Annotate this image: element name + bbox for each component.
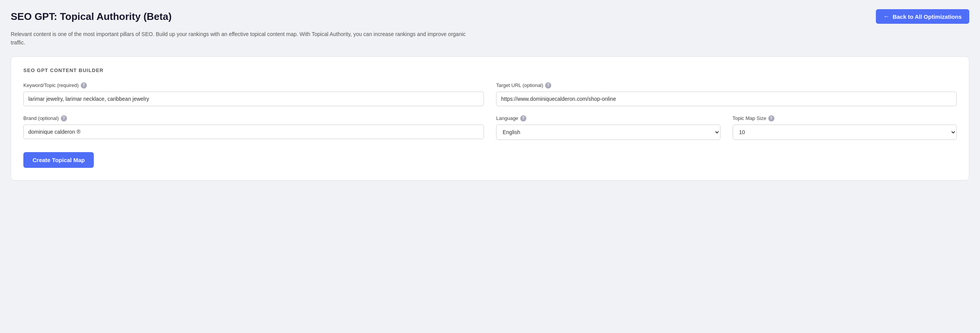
brand-label: Brand (optional) ? xyxy=(23,115,484,121)
brand-group: Brand (optional) ? xyxy=(23,115,484,140)
card-section-title: SEO GPT CONTENT BUILDER xyxy=(23,67,957,73)
arrow-left-icon: ← xyxy=(884,13,890,20)
keyword-help-icon[interactable]: ? xyxy=(81,82,87,89)
brand-help-icon[interactable]: ? xyxy=(61,115,67,121)
page-header: SEO GPT: Topical Authority (Beta) ← Back… xyxy=(11,9,969,24)
brand-input[interactable] xyxy=(23,125,484,139)
form-row-1: Keyword/Topic (required) ? Target URL (o… xyxy=(23,82,957,106)
page-description: Relevant content is one of the most impo… xyxy=(11,30,470,47)
back-button-label: Back to All Optimizations xyxy=(893,13,962,20)
form-row-2: Brand (optional) ? Language ? English Sp… xyxy=(23,115,957,140)
language-help-icon[interactable]: ? xyxy=(520,115,526,121)
language-group: Language ? English Spanish French German… xyxy=(496,115,720,140)
topic-map-size-label: Topic Map Size ? xyxy=(733,115,957,121)
keyword-label: Keyword/Topic (required) ? xyxy=(23,82,484,89)
content-builder-card: SEO GPT CONTENT BUILDER Keyword/Topic (r… xyxy=(11,56,969,180)
language-label: Language ? xyxy=(496,115,720,121)
create-button-row: Create Topical Map xyxy=(23,149,957,168)
target-url-group: Target URL (optional) ? xyxy=(496,82,957,106)
page-title: SEO GPT: Topical Authority (Beta) xyxy=(11,11,172,23)
language-select[interactable]: English Spanish French German Italian Po… xyxy=(496,125,720,140)
back-to-optimizations-button[interactable]: ← Back to All Optimizations xyxy=(876,9,969,24)
target-url-input[interactable] xyxy=(496,92,957,106)
keyword-input[interactable] xyxy=(23,92,484,106)
topic-map-size-select[interactable]: 5 10 15 20 xyxy=(733,125,957,140)
target-url-label: Target URL (optional) ? xyxy=(496,82,957,89)
keyword-group: Keyword/Topic (required) ? xyxy=(23,82,484,106)
create-topical-map-button[interactable]: Create Topical Map xyxy=(23,152,94,168)
topic-map-size-group: Topic Map Size ? 5 10 15 20 xyxy=(733,115,957,140)
topic-map-size-help-icon[interactable]: ? xyxy=(768,115,774,121)
target-url-help-icon[interactable]: ? xyxy=(545,82,551,89)
